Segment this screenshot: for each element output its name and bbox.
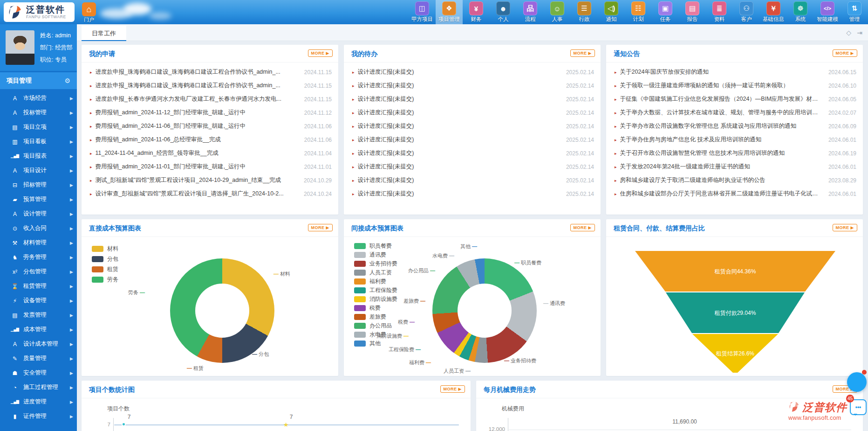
sidebar-item-项目立项[interactable]: ▤项目立项▶ bbox=[0, 120, 77, 134]
sidebar-item-材料管理[interactable]: ⚒材料管理▶ bbox=[0, 236, 77, 250]
sidebar-item-收入合同[interactable]: ⊙收入合同▶ bbox=[0, 221, 77, 236]
list-item[interactable]: ▸设计进度汇报(未提交)2025.02.14 bbox=[344, 187, 601, 201]
nav-item-hr[interactable]: ☺人事 bbox=[544, 0, 571, 24]
nav-item-project-management[interactable]: ❖项目管理 bbox=[436, 0, 463, 24]
nav-item-document[interactable]: ≣资料 bbox=[706, 0, 733, 24]
nav-item-task[interactable]: ▣任务 bbox=[652, 0, 679, 24]
legend-item[interactable]: 业务招待费 bbox=[354, 259, 397, 268]
nav-item-manage[interactable]: ⇅管理 bbox=[841, 0, 868, 24]
nav-item-client-project[interactable]: ◫甲方项目 bbox=[409, 0, 436, 24]
legend-item[interactable]: 通讯费 bbox=[354, 250, 397, 259]
list-item[interactable]: ▸费用报销_admin_2024-11-06_部门经理审批_胡建,_运行中202… bbox=[82, 119, 338, 133]
list-item[interactable]: ▸费用报销_admin_2024-11-12_部门经理审批_胡建,_运行中202… bbox=[82, 106, 338, 119]
list-item[interactable]: ▸进度款申报_长春市伊通河水力发电厂改建工程_长春市伊通河水力发电...2024… bbox=[82, 92, 338, 106]
collapse-icon[interactable]: ◇ bbox=[846, 29, 851, 36]
list-item[interactable]: ▸设计进度汇报(未提交)2025.02.14 bbox=[344, 133, 601, 146]
sidebar-item-安全管理[interactable]: ☗安全管理▶ bbox=[0, 366, 77, 380]
floating-assistant-button[interactable] bbox=[847, 372, 867, 392]
sidebar-item-项目报表[interactable]: ▁▄▇项目报表▶ bbox=[0, 149, 77, 163]
funnel-segment[interactable]: 租赁结算26.6% bbox=[692, 334, 778, 373]
more-button[interactable]: MORE ▶ bbox=[440, 385, 465, 393]
data-point-circle[interactable] bbox=[122, 422, 126, 426]
sidebar-item-设计成本管理[interactable]: A设计成本管理▶ bbox=[0, 337, 77, 351]
nav-item-administration[interactable]: ☰行政 bbox=[571, 0, 598, 24]
more-button[interactable]: MORE ▶ bbox=[570, 224, 595, 231]
data-point-star[interactable]: ★ bbox=[283, 422, 289, 428]
nav-item-report[interactable]: ▤报告 bbox=[679, 0, 706, 24]
more-button[interactable]: MORE ▶ bbox=[833, 49, 857, 57]
funnel-segment[interactable]: 租赁付款29.04% bbox=[666, 292, 805, 333]
sidebar-item-市场经营[interactable]: A市场经营▶ bbox=[0, 91, 77, 105]
nav-item-personal[interactable]: ☻个人 bbox=[490, 0, 517, 24]
list-item[interactable]: ▸设计进度汇报(未提交)2025.02.14 bbox=[344, 65, 601, 79]
more-button[interactable]: MORE ▶ bbox=[570, 49, 595, 57]
sidebar-item-施工过程管理[interactable]: ◔施工过程管理▶ bbox=[0, 380, 77, 395]
sidebar-section-project-management[interactable]: 项目管理 ⚙ bbox=[0, 72, 77, 89]
list-item[interactable]: ▸住房和城乡建设部办公厅关于同意吉林省开展二级建造师注册证书电子化试点...20… bbox=[606, 187, 863, 201]
list-item[interactable]: ▸11_2024-11-04_admin_经营部_领导审批__完成2024.11… bbox=[82, 146, 338, 160]
more-button[interactable]: MORE ▶ bbox=[308, 49, 333, 57]
list-item[interactable]: ▸设计审查_彭祖新城"四馆"景观工程设计项目_请选择_胡广生_2024-10-2… bbox=[82, 187, 338, 201]
tab-daily-work[interactable]: 日常工作 bbox=[82, 26, 126, 41]
nav-item-plan[interactable]: ☷计划 bbox=[625, 0, 652, 24]
list-item[interactable]: ▸费用报销_admin_2024-11-01_部门经理审批_胡建,_运行中202… bbox=[82, 160, 338, 174]
list-item[interactable]: ▸设计进度汇报(未提交)2025.02.14 bbox=[344, 79, 601, 92]
sidebar-item-投标管理[interactable]: A投标管理▶ bbox=[0, 105, 77, 120]
legend-item[interactable]: 劳务 bbox=[92, 274, 118, 285]
list-item[interactable]: ▸于征集《中国建筑施工行业信息化发展报告（2024）—BIM应用与发展》材料..… bbox=[606, 92, 863, 106]
sidebar-item-分包管理[interactable]: x²分包管理▶ bbox=[0, 264, 77, 279]
list-item[interactable]: ▸设计进度汇报(未提交)2025.02.14 bbox=[344, 106, 601, 119]
gear-icon[interactable]: ⚙ bbox=[64, 72, 70, 89]
nav-item-base-info[interactable]: ￥基础信息 bbox=[760, 0, 787, 24]
legend-item[interactable]: 工程保险费 bbox=[354, 286, 397, 295]
nav-item-smart-modeling[interactable]: </>智能建模 bbox=[814, 0, 841, 24]
sidebar-item-发票管理[interactable]: ▤发票管理▶ bbox=[0, 308, 77, 322]
list-item[interactable]: ▸设计进度汇报(未提交)2025.02.14 bbox=[344, 119, 601, 133]
list-item[interactable]: ▸测试_彭祖新城"四馆"景观工程设计项目_2024-10-29_admin_结束… bbox=[82, 174, 338, 187]
list-item[interactable]: ▸关于发放2024年第24批一级建造师注册证书的通知2024.06.01 bbox=[606, 160, 863, 174]
list-item[interactable]: ▸费用报销_admin_2024-11-06_总经理审批__完成2024.11.… bbox=[82, 133, 338, 146]
nav-item-notification[interactable]: ◁)通知 bbox=[598, 0, 625, 24]
sidebar-item-项目看板[interactable]: ▥项目看板▶ bbox=[0, 134, 77, 149]
sidebar-item-招标管理[interactable]: ⊟招标管理▶ bbox=[0, 178, 77, 192]
legend-item[interactable]: 差旅费 bbox=[354, 313, 397, 321]
more-button[interactable]: MORE ▶ bbox=[833, 224, 857, 231]
list-item[interactable]: ▸关于领取一级注册建造师增项贴的通知（须持一建证书前来领取）2024.06.10 bbox=[606, 79, 863, 92]
list-item[interactable]: ▸进度款申报_珠海鹤港口建设_珠海鹤港口建设工程合作协议书_admin_...2… bbox=[82, 65, 338, 79]
sidebar-item-预算管理[interactable]: ▰预算管理▶ bbox=[0, 192, 77, 207]
list-item[interactable]: ▸设计进度汇报(未提交)2025.02.14 bbox=[344, 146, 601, 160]
sidebar-item-质量管理[interactable]: ✎质量管理▶ bbox=[0, 351, 77, 366]
legend-item[interactable]: 税费 bbox=[354, 304, 397, 313]
nav-portal[interactable]: ⌂ 门户 bbox=[78, 1, 100, 23]
list-item[interactable]: ▸关于举办住房与房地产信息化 技术及应用培训班的通知2024.06.01 bbox=[606, 133, 863, 146]
sidebar-item-设备管理[interactable]: ⚡设备管理▶ bbox=[0, 293, 77, 308]
legend-item[interactable]: 分包 bbox=[92, 254, 118, 264]
legend-item[interactable]: 租赁 bbox=[92, 264, 118, 274]
sidebar-item-设计管理[interactable]: A设计管理▶ bbox=[0, 207, 77, 221]
avatar[interactable] bbox=[6, 30, 34, 65]
list-item[interactable]: ▸关于举办大数据、云计算技术在城市建设、规划、管理与服务中的应用培训班...20… bbox=[606, 106, 863, 119]
nav-item-customer[interactable]: ⚇客户 bbox=[733, 0, 760, 24]
sidebar-item-劳务管理[interactable]: ♞劳务管理▶ bbox=[0, 250, 77, 264]
legend-item[interactable]: 材料 bbox=[92, 243, 118, 254]
list-item[interactable]: ▸设计进度汇报(未提交)2025.02.14 bbox=[344, 174, 601, 187]
expand-icon[interactable]: ⇥ bbox=[857, 29, 862, 36]
list-item[interactable]: ▸设计进度汇报(未提交)2025.02.14 bbox=[344, 160, 601, 174]
legend-item[interactable]: 办公用品 bbox=[354, 321, 397, 330]
list-item[interactable]: ▸关于召开市政公用设施智慧化管理 信息技术与应用培训班的通知2024.06.19 bbox=[606, 146, 863, 160]
list-item[interactable]: ▸进度款申报_珠海鹤港口建设_珠海鹤港口建设工程合作协议书_admin_...2… bbox=[82, 79, 338, 92]
nav-item-system[interactable]: ☸系统 bbox=[787, 0, 814, 24]
sidebar-item-租赁管理[interactable]: ⌛租赁管理▶ bbox=[0, 279, 77, 293]
sidebar-item-进度管理[interactable]: ▁▄▇进度管理▶ bbox=[0, 395, 77, 409]
funnel-segment[interactable]: 租赁合同44.36% bbox=[635, 251, 835, 292]
sidebar-item-证件管理[interactable]: ▮证件管理▶ bbox=[0, 409, 77, 424]
list-item[interactable]: ▸关于举办市政公用设施数字化管理信息 系统建设与应用培训班的通知2024.06.… bbox=[606, 119, 863, 133]
nav-item-finance[interactable]: ¥财务 bbox=[463, 0, 490, 24]
legend-item[interactable]: 福利费 bbox=[354, 277, 397, 286]
legend-item[interactable]: 人员工资 bbox=[354, 268, 397, 277]
legend-item[interactable]: 职员餐费 bbox=[354, 242, 397, 250]
sidebar-item-项目设计[interactable]: A项目设计▶ bbox=[0, 163, 77, 178]
list-item[interactable]: ▸关于2024年国庆节放假安排的通知2024.06.15 bbox=[606, 65, 863, 79]
sidebar-item-成本管理[interactable]: ▁▄▇成本管理▶ bbox=[0, 322, 77, 337]
list-item[interactable]: ▸设计进度汇报(未提交)2025.02.14 bbox=[344, 92, 601, 106]
